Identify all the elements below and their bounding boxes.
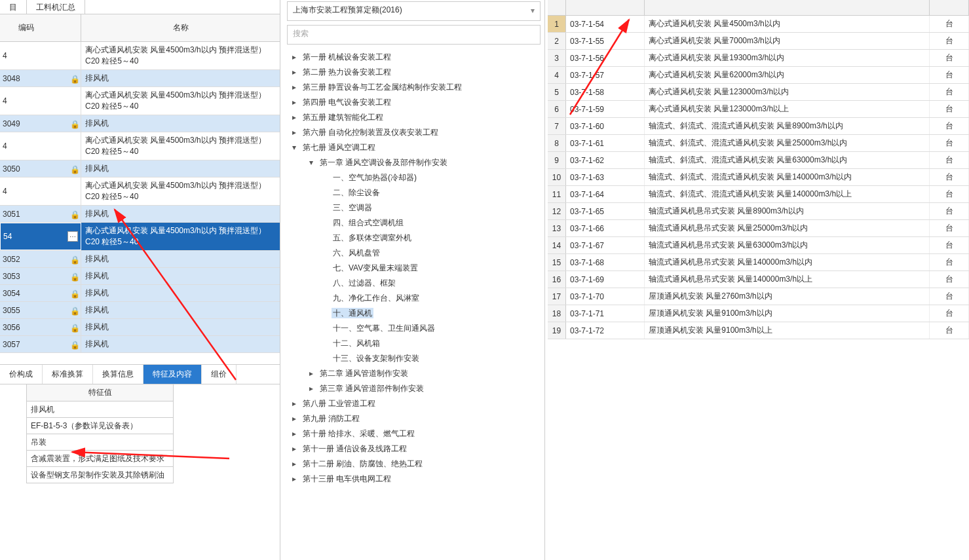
table-row[interactable]: 3051🔒排风机 (0, 206, 280, 223)
tree-node[interactable]: ▸第六册 自动化控制装置及仪表安装工程 (290, 125, 544, 140)
expand-icon[interactable]: ▸ (290, 128, 299, 137)
table-row[interactable]: 3048🔒排风机 (0, 70, 280, 87)
tree-node[interactable]: ▸第三册 静置设备与工艺金属结构制作安装工程 (290, 80, 544, 95)
table-row[interactable]: 503-7-1-58离心式通风机安装 风量123000m3/h以内台 (548, 84, 969, 101)
feature-tab[interactable]: 换算信息 (93, 365, 143, 384)
tree-node[interactable]: ▸第三章 通风管道部件制作安装 (290, 381, 544, 396)
col-name[interactable]: 名称 (81, 14, 280, 41)
tree-node[interactable]: 十三、设备支架制作安装 (290, 351, 544, 366)
tree-node[interactable]: 四、组合式空调机组 (290, 215, 544, 231)
feature-tab[interactable]: 价构成 (0, 365, 43, 384)
table-row[interactable]: 1903-7-1-72屋顶通风机安装 风量9100m3/h以上台 (548, 322, 969, 339)
table-row[interactable]: 1003-7-1-63轴流式、斜流式、混流式通风机安装 风量140000m3/h… (548, 169, 969, 186)
table-row[interactable]: 4离心式通风机安装 风量4500m3/h以内 预拌混送型）C20 粒径5～40 (0, 42, 280, 70)
expand-icon[interactable]: ▸ (290, 444, 299, 453)
table-row[interactable]: 1703-7-1-70屋顶通风机安装 风量2760m3/h以内台 (548, 288, 969, 305)
feature-row[interactable]: 吊装 (26, 434, 174, 451)
table-row[interactable]: 3056🔒排风机 (0, 319, 280, 336)
table-row[interactable]: 3054🔒排风机 (0, 285, 280, 302)
tree-node[interactable]: 五、多联体空调室外机 (290, 231, 544, 246)
tree-node[interactable]: 十、通风机 (290, 306, 544, 321)
table-row[interactable]: 703-7-1-60轴流式、斜流式、混流式通风机安装 风量8900m3/h以内台 (548, 118, 969, 135)
feature-tab[interactable]: 组价 (202, 365, 237, 384)
tab-item[interactable]: 目 (0, 0, 27, 14)
expand-icon[interactable]: ▸ (290, 399, 299, 408)
tree-node[interactable]: ▸第五册 建筑智能化工程 (290, 110, 544, 125)
expand-icon[interactable]: ▸ (290, 414, 299, 423)
tree-node[interactable]: ▸第一册 机械设备安装工程 (290, 50, 544, 65)
table-row[interactable]: 803-7-1-61轴流式、斜流式、混流式通风机安装 风量25000m3/h以内… (548, 135, 969, 152)
tree-node[interactable]: ▸第十册 给排水、采暖、燃气工程 (290, 426, 544, 441)
table-row[interactable]: 4离心式通风机安装 风量4500m3/h以内 预拌混送型）C20 粒径5～40 (0, 87, 280, 115)
tree-node[interactable]: 二、除尘设备 (290, 185, 544, 200)
expand-icon[interactable]: ▸ (307, 369, 316, 378)
table-row[interactable]: 603-7-1-59离心式通风机安装 风量123000m3/h以上台 (548, 101, 969, 118)
expand-icon[interactable]: ▸ (290, 113, 299, 122)
tree-node[interactable]: ▸第二册 热力设备安装工程 (290, 65, 544, 80)
quota-select[interactable]: 上海市安装工程预算定额(2016) (287, 1, 541, 21)
tree-node[interactable]: 一、空气加热器(冷却器) (290, 170, 544, 185)
tree-node[interactable]: ▸第十一册 通信设备及线路工程 (290, 441, 544, 457)
expand-icon[interactable]: ▸ (290, 83, 299, 92)
expand-icon[interactable]: ▸ (307, 384, 316, 393)
tree-node[interactable]: ▸第九册 消防工程 (290, 411, 544, 426)
col-code[interactable]: 编码 (0, 14, 81, 41)
right-grid-body[interactable]: 103-7-1-54离心式通风机安装 风量4500m3/h以内台203-7-1-… (548, 16, 969, 339)
ellipsis-button[interactable]: ⋯ (67, 231, 78, 242)
left-grid-body[interactable]: 4离心式通风机安装 风量4500m3/h以内 预拌混送型）C20 粒径5～403… (0, 42, 280, 362)
expand-icon[interactable]: ▸ (290, 52, 299, 62)
tree-node[interactable]: 七、VAV变风量末端装置 (290, 261, 544, 276)
tree-node[interactable]: ▸第八册 工业管道工程 (290, 396, 544, 411)
table-row[interactable]: 3049🔒排风机 (0, 115, 280, 132)
tree-node[interactable]: 九、净化工作台、风淋室 (290, 291, 544, 306)
table-row[interactable]: 3052🔒排风机 (0, 251, 280, 268)
search-input[interactable]: 搜索 (287, 25, 541, 45)
table-row[interactable]: 1203-7-1-65轴流式通风机悬吊式安装 风量8900m3/h以内台 (548, 203, 969, 220)
expand-icon[interactable]: ▸ (290, 67, 299, 77)
category-tree[interactable]: ▸第一册 机械设备安装工程▸第二册 热力设备安装工程▸第三册 静置设备与工艺金属… (283, 50, 544, 548)
expand-icon[interactable]: ▸ (290, 474, 299, 483)
table-row[interactable]: 103-7-1-54离心式通风机安装 风量4500m3/h以内台 (548, 16, 969, 33)
table-row[interactable]: 903-7-1-62轴流式、斜流式、混流式通风机安装 风量63000m3/h以内… (548, 152, 969, 169)
feature-row[interactable]: 含减震装置，形式满足图纸及技术要求 (26, 451, 174, 467)
table-row[interactable]: 1103-7-1-64轴流式、斜流式、混流式通风机安装 风量140000m3/h… (548, 186, 969, 203)
feature-row[interactable]: 设备型钢支吊架制作安装及其除锈刷油 (26, 467, 174, 483)
table-row[interactable]: 1303-7-1-66轴流式通风机悬吊式安装 风量25000m3/h以内台 (548, 220, 969, 237)
table-row[interactable]: 1603-7-1-69轴流式通风机悬吊式安装 风量140000m3/h以上台 (548, 271, 969, 288)
feature-row[interactable]: EF-B1-5-3（参数详见设备表） (26, 418, 174, 434)
table-row[interactable]: 403-7-1-57离心式通风机安装 风量62000m3/h以内台 (548, 67, 969, 84)
table-row[interactable]: 3057🔒排风机 (0, 336, 280, 353)
table-row[interactable]: 1803-7-1-71屋顶通风机安装 风量9100m3/h以内台 (548, 305, 969, 322)
tree-node[interactable]: ▾第七册 通风空调工程 (290, 140, 544, 155)
tree-node[interactable]: 三、空调器 (290, 200, 544, 215)
expand-icon[interactable]: ▾ (307, 158, 316, 167)
tree-node[interactable]: ▾第一章 通风空调设备及部件制作安装 (290, 155, 544, 170)
table-row[interactable]: 3055🔒排风机 (0, 302, 280, 319)
table-row[interactable]: 4离心式通风机安装 风量4500m3/h以内 预拌混送型）C20 粒径5～40 (0, 132, 280, 160)
tree-node[interactable]: ▸第十三册 电车供电网工程 (290, 472, 544, 487)
expand-icon[interactable]: ▸ (290, 98, 299, 107)
expand-icon[interactable]: ▾ (290, 143, 299, 152)
table-row[interactable]: 203-7-1-55离心式通风机安装 风量7000m3/h以内台 (548, 33, 969, 50)
row-num: 17 (548, 288, 566, 305)
tab-item[interactable]: 工料机汇总 (27, 0, 85, 14)
tree-node[interactable]: 十二、风机箱 (290, 336, 544, 351)
feature-tab[interactable]: 特征及内容 (143, 365, 202, 384)
table-row[interactable]: 4离心式通风机安装 风量4500m3/h以内 预拌混送型）C20 粒径5～40 (0, 177, 280, 206)
feature-tab[interactable]: 标准换算 (43, 365, 93, 384)
tree-node[interactable]: ▸第四册 电气设备安装工程 (290, 95, 544, 110)
table-row[interactable]: 3050🔒排风机 (0, 160, 280, 177)
expand-icon[interactable]: ▸ (290, 459, 299, 468)
tree-node[interactable]: ▸第二章 通风管道制作安装 (290, 366, 544, 381)
table-row[interactable]: 303-7-1-56离心式通风机安装 风量19300m3/h以内台 (548, 50, 969, 67)
table-row[interactable]: 54⋯离心式通风机安装 风量4500m3/h以内 预拌混送型）C20 粒径5～4… (0, 223, 280, 251)
table-row[interactable]: 1503-7-1-68轴流式通风机悬吊式安装 风量140000m3/h以内台 (548, 254, 969, 271)
tree-node[interactable]: 八、过滤器、框架 (290, 276, 544, 291)
tree-node[interactable]: 六、风机盘管 (290, 246, 544, 261)
table-row[interactable]: 1403-7-1-67轴流式通风机悬吊式安装 风量63000m3/h以内台 (548, 237, 969, 254)
expand-icon[interactable]: ▸ (290, 429, 299, 438)
feature-row[interactable]: 排风机 (26, 401, 174, 418)
tree-node[interactable]: 十一、空气幕、卫生间通风器 (290, 321, 544, 336)
tree-node[interactable]: ▸第十二册 刷油、防腐蚀、绝热工程 (290, 457, 544, 472)
table-row[interactable]: 3053🔒排风机 (0, 268, 280, 285)
